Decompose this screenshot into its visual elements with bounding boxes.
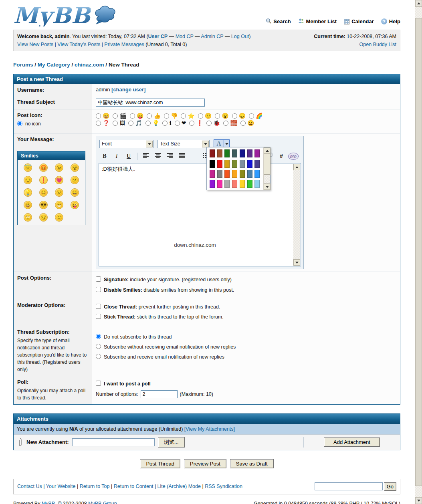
- private-messages-link[interactable]: Private Messages: [104, 42, 144, 47]
- italic-button[interactable]: I: [111, 153, 123, 159]
- color-swatch[interactable]: [210, 170, 215, 178]
- user-cp-link[interactable]: User CP: [148, 34, 168, 39]
- post-icon-radio[interactable]: [162, 121, 168, 126]
- color-swatch[interactable]: [232, 170, 237, 178]
- log-out-link[interactable]: Log Out: [231, 34, 249, 39]
- color-swatch[interactable]: [240, 170, 245, 178]
- grin-smiley[interactable]: 😁: [55, 201, 63, 209]
- palette-scroll-up-icon[interactable]: [264, 147, 271, 154]
- php-icon[interactable]: php: [287, 152, 299, 160]
- color-swatch[interactable]: [217, 180, 222, 188]
- post-icon-radio[interactable]: [249, 113, 254, 119]
- subscription-none-radio[interactable]: [96, 334, 101, 339]
- cool-smiley[interactable]: 😎: [39, 201, 48, 209]
- textarea-scrollbar[interactable]: [293, 164, 300, 266]
- page-scroll-up-icon[interactable]: [415, 0, 422, 7]
- post-option-checkbox[interactable]: [96, 287, 101, 292]
- sad-smiley[interactable]: 🙁: [55, 213, 63, 222]
- scroll-down-icon[interactable]: [293, 259, 300, 266]
- tongue-smiley[interactable]: 😜: [71, 201, 79, 209]
- add-attachment-button[interactable]: Add Attachment: [324, 437, 380, 447]
- footer-link[interactable]: Return to Content: [114, 484, 153, 489]
- color-swatch[interactable]: [224, 160, 230, 168]
- biggrin-smiley[interactable]: 😄: [71, 188, 79, 197]
- poll-num-input[interactable]: [141, 390, 178, 398]
- nav-search[interactable]: Search: [266, 18, 291, 25]
- color-swatch[interactable]: [247, 180, 252, 188]
- view-todays-posts-link[interactable]: View Today's Posts: [57, 42, 100, 47]
- underline-button[interactable]: U: [123, 153, 135, 159]
- moderator-option-checkbox[interactable]: [96, 304, 101, 309]
- mybb-group-link[interactable]: MyBB Group: [88, 501, 117, 504]
- exclamation-smiley[interactable]: ❗: [39, 176, 48, 184]
- post-icon-radio[interactable]: [130, 113, 135, 119]
- breadcrumb-link[interactable]: chinaz.com: [75, 62, 104, 68]
- nav-member-list[interactable]: Member List: [298, 18, 337, 25]
- footer-link[interactable]: Lite (Archive) Mode: [157, 484, 201, 489]
- go-button[interactable]: Go: [384, 482, 396, 491]
- rolleyes-smiley[interactable]: 🙄: [24, 213, 32, 222]
- footer-link[interactable]: RSS Syndication: [205, 484, 242, 489]
- smile-smiley[interactable]: 😃: [24, 201, 32, 209]
- footer-link[interactable]: Contact Us: [17, 484, 42, 489]
- post-icon-radio[interactable]: [128, 121, 133, 126]
- color-swatch[interactable]: [247, 149, 252, 157]
- font-select[interactable]: Font: [99, 140, 153, 148]
- post-icon-radio[interactable]: [175, 121, 180, 126]
- nav-calendar[interactable]: Calendar: [344, 18, 374, 24]
- footer-link[interactable]: Your Website: [46, 484, 76, 489]
- post-icon-radio[interactable]: [215, 113, 220, 119]
- color-swatch[interactable]: [217, 149, 222, 157]
- align-left-icon[interactable]: [140, 153, 152, 159]
- color-swatch[interactable]: [210, 180, 215, 188]
- mybb-logo[interactable]: MyBB: [13, 4, 116, 26]
- color-swatch[interactable]: [210, 160, 215, 168]
- bold-button[interactable]: B: [99, 153, 111, 159]
- page-scroll-thumb[interactable]: [415, 18, 422, 486]
- message-textarea[interactable]: :D很好很强大。 down.chinaz.com: [99, 163, 301, 266]
- no-icon-radio[interactable]: [17, 121, 22, 126]
- breadcrumb-link[interactable]: Forums: [13, 62, 33, 68]
- palette-scrollbar[interactable]: [263, 147, 270, 190]
- post-icon-radio[interactable]: [145, 121, 151, 126]
- palette-scroll-thumb[interactable]: [264, 154, 271, 175]
- dodgy-smiley[interactable]: 😵: [71, 163, 79, 172]
- post-option-checkbox[interactable]: [96, 276, 101, 282]
- color-swatch[interactable]: [254, 170, 260, 178]
- angry-smiley[interactable]: 😡: [39, 163, 48, 172]
- code-hash-icon[interactable]: #: [275, 153, 287, 159]
- page-scrollbar[interactable]: [415, 0, 422, 504]
- post-icon-radio[interactable]: [113, 113, 118, 119]
- post-icon-radio[interactable]: [198, 113, 203, 119]
- thread-subject-input[interactable]: [96, 99, 205, 107]
- change-user-link[interactable]: [change user]: [111, 87, 145, 93]
- open-buddy-list-link[interactable]: Open Buddy List: [359, 42, 396, 47]
- blush-smiley[interactable]: 😊: [39, 188, 48, 197]
- scroll-up-icon[interactable]: [293, 164, 300, 170]
- color-swatch[interactable]: [224, 170, 230, 178]
- post-thread-button[interactable]: Post Thread: [140, 459, 180, 468]
- color-swatch[interactable]: [247, 160, 252, 168]
- color-swatch[interactable]: [247, 170, 252, 178]
- post-icon-radio[interactable]: [206, 121, 212, 126]
- color-swatch[interactable]: [240, 180, 245, 188]
- post-icon-radio[interactable]: [147, 113, 152, 119]
- color-swatch[interactable]: [232, 149, 237, 157]
- color-swatch[interactable]: [217, 170, 222, 178]
- heart-smiley[interactable]: 💗: [55, 176, 63, 184]
- huh-smiley[interactable]: 😕: [71, 176, 79, 184]
- attachment-file-input[interactable]: [72, 438, 155, 446]
- color-swatch[interactable]: [232, 160, 237, 168]
- color-swatch[interactable]: [232, 180, 237, 188]
- breadcrumb-link[interactable]: My Category: [38, 62, 70, 68]
- palette-scroll-down-icon[interactable]: [264, 183, 271, 190]
- color-swatch[interactable]: [217, 160, 222, 168]
- save-as-draft-button[interactable]: Save as Draft: [230, 459, 274, 468]
- preview-post-button[interactable]: Preview Post: [184, 459, 226, 468]
- post-icon-radio[interactable]: [223, 121, 228, 126]
- color-swatch[interactable]: [254, 160, 260, 168]
- mod-cp-link[interactable]: Mod CP: [176, 34, 194, 39]
- post-icon-radio[interactable]: [240, 121, 246, 126]
- post-icon-radio[interactable]: [96, 113, 101, 119]
- footer-search-input[interactable]: [315, 482, 383, 490]
